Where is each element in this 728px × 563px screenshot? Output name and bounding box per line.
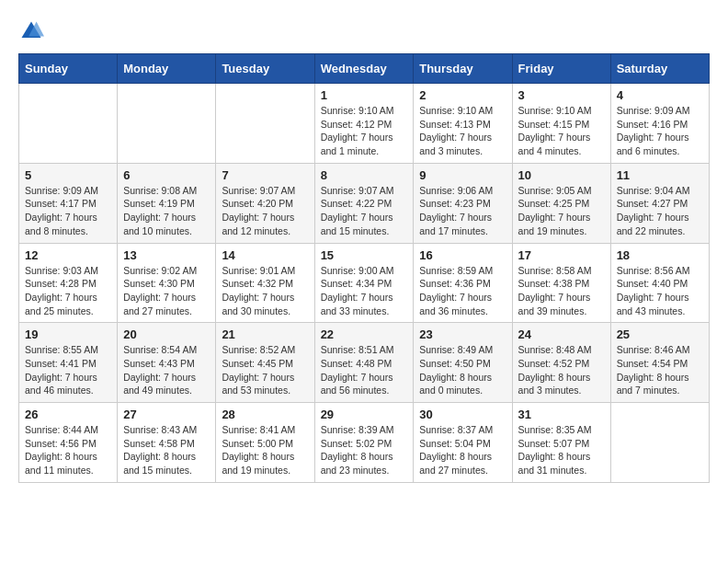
day-number: 25 [617,327,703,341]
day-cell: 8Sunrise: 9:07 AM Sunset: 4:22 PM Daylig… [314,163,414,243]
day-cell: 21Sunrise: 8:52 AM Sunset: 4:45 PM Dayli… [216,323,314,403]
day-info: Sunrise: 9:10 AM Sunset: 4:15 PM Dayligh… [518,104,605,158]
day-number: 2 [419,88,506,102]
day-cell: 14Sunrise: 9:01 AM Sunset: 4:32 PM Dayli… [216,243,314,323]
day-info: Sunrise: 8:58 AM Sunset: 4:38 PM Dayligh… [518,264,605,318]
day-number: 11 [617,168,703,182]
day-cell: 22Sunrise: 8:51 AM Sunset: 4:48 PM Dayli… [314,323,414,403]
day-info: Sunrise: 9:09 AM Sunset: 4:17 PM Dayligh… [25,184,111,238]
logo [18,18,48,44]
day-number: 6 [123,168,210,182]
day-number: 16 [419,248,506,262]
day-number: 21 [222,327,308,341]
day-info: Sunrise: 8:46 AM Sunset: 4:54 PM Dayligh… [617,343,703,397]
day-cell [19,84,118,164]
logo-icon [18,18,44,44]
weekday-header-saturday: Saturday [610,54,709,84]
week-row-3: 12Sunrise: 9:03 AM Sunset: 4:28 PM Dayli… [19,243,710,323]
day-info: Sunrise: 9:03 AM Sunset: 4:28 PM Dayligh… [25,264,111,318]
day-info: Sunrise: 9:06 AM Sunset: 4:23 PM Dayligh… [419,184,506,238]
day-number: 23 [419,327,506,341]
day-number: 4 [617,88,703,102]
day-cell: 20Sunrise: 8:54 AM Sunset: 4:43 PM Dayli… [118,323,216,403]
day-number: 26 [25,408,111,421]
day-cell: 13Sunrise: 9:02 AM Sunset: 4:30 PM Dayli… [118,243,216,323]
day-info: Sunrise: 9:10 AM Sunset: 4:13 PM Dayligh… [419,104,506,158]
day-cell: 3Sunrise: 9:10 AM Sunset: 4:15 PM Daylig… [512,84,610,164]
day-number: 22 [321,327,408,341]
day-info: Sunrise: 8:44 AM Sunset: 4:56 PM Dayligh… [25,423,111,477]
day-info: Sunrise: 9:00 AM Sunset: 4:34 PM Dayligh… [321,264,408,318]
day-cell: 6Sunrise: 9:08 AM Sunset: 4:19 PM Daylig… [118,163,216,243]
day-number: 20 [123,327,210,341]
day-number: 28 [222,408,308,421]
day-number: 1 [321,88,408,102]
day-number: 8 [321,168,408,182]
day-info: Sunrise: 9:04 AM Sunset: 4:27 PM Dayligh… [617,184,703,238]
day-number: 19 [25,327,111,341]
day-info: Sunrise: 9:10 AM Sunset: 4:12 PM Dayligh… [321,104,408,158]
day-cell [118,84,216,164]
day-number: 17 [518,248,605,262]
week-row-5: 26Sunrise: 8:44 AM Sunset: 4:56 PM Dayli… [19,403,710,483]
day-info: Sunrise: 8:56 AM Sunset: 4:40 PM Dayligh… [617,264,703,318]
calendar: SundayMondayTuesdayWednesdayThursdayFrid… [18,53,710,483]
day-cell: 7Sunrise: 9:07 AM Sunset: 4:20 PM Daylig… [216,163,314,243]
day-number: 27 [123,408,210,421]
day-cell: 27Sunrise: 8:43 AM Sunset: 4:58 PM Dayli… [118,403,216,483]
day-info: Sunrise: 8:37 AM Sunset: 5:04 PM Dayligh… [419,423,506,477]
day-info: Sunrise: 8:52 AM Sunset: 4:45 PM Dayligh… [222,343,308,397]
day-number: 29 [321,408,408,421]
day-info: Sunrise: 9:05 AM Sunset: 4:25 PM Dayligh… [518,184,605,238]
day-number: 9 [419,168,506,182]
day-number: 30 [419,408,506,421]
day-info: Sunrise: 9:02 AM Sunset: 4:30 PM Dayligh… [123,264,210,318]
day-info: Sunrise: 9:07 AM Sunset: 4:20 PM Dayligh… [222,184,308,238]
day-cell: 29Sunrise: 8:39 AM Sunset: 5:02 PM Dayli… [314,403,414,483]
day-number: 14 [222,248,308,262]
weekday-header-friday: Friday [512,54,610,84]
day-info: Sunrise: 9:09 AM Sunset: 4:16 PM Dayligh… [617,104,703,158]
day-number: 7 [222,168,308,182]
day-cell: 25Sunrise: 8:46 AM Sunset: 4:54 PM Dayli… [610,323,709,403]
day-cell: 12Sunrise: 9:03 AM Sunset: 4:28 PM Dayli… [19,243,118,323]
day-info: Sunrise: 8:55 AM Sunset: 4:41 PM Dayligh… [25,343,111,397]
week-row-2: 5Sunrise: 9:09 AM Sunset: 4:17 PM Daylig… [19,163,710,243]
day-cell: 17Sunrise: 8:58 AM Sunset: 4:38 PM Dayli… [512,243,610,323]
day-number: 5 [25,168,111,182]
day-info: Sunrise: 9:08 AM Sunset: 4:19 PM Dayligh… [123,184,210,238]
day-info: Sunrise: 8:35 AM Sunset: 5:07 PM Dayligh… [518,423,605,477]
day-cell: 16Sunrise: 8:59 AM Sunset: 4:36 PM Dayli… [414,243,512,323]
day-cell [216,84,314,164]
day-info: Sunrise: 8:39 AM Sunset: 5:02 PM Dayligh… [321,423,408,477]
day-cell: 23Sunrise: 8:49 AM Sunset: 4:50 PM Dayli… [414,323,512,403]
day-info: Sunrise: 8:54 AM Sunset: 4:43 PM Dayligh… [123,343,210,397]
day-cell: 1Sunrise: 9:10 AM Sunset: 4:12 PM Daylig… [314,84,414,164]
day-info: Sunrise: 8:48 AM Sunset: 4:52 PM Dayligh… [518,343,605,397]
weekday-header-tuesday: Tuesday [216,54,314,84]
day-cell [610,403,709,483]
day-cell: 19Sunrise: 8:55 AM Sunset: 4:41 PM Dayli… [19,323,118,403]
weekday-header-thursday: Thursday [414,54,512,84]
week-row-4: 19Sunrise: 8:55 AM Sunset: 4:41 PM Dayli… [19,323,710,403]
day-cell: 18Sunrise: 8:56 AM Sunset: 4:40 PM Dayli… [610,243,709,323]
day-info: Sunrise: 8:51 AM Sunset: 4:48 PM Dayligh… [321,343,408,397]
calendar-header: SundayMondayTuesdayWednesdayThursdayFrid… [19,54,710,84]
day-info: Sunrise: 8:43 AM Sunset: 4:58 PM Dayligh… [123,423,210,477]
day-info: Sunrise: 8:59 AM Sunset: 4:36 PM Dayligh… [419,264,506,318]
day-info: Sunrise: 9:07 AM Sunset: 4:22 PM Dayligh… [321,184,408,238]
day-cell: 4Sunrise: 9:09 AM Sunset: 4:16 PM Daylig… [610,84,709,164]
day-cell: 15Sunrise: 9:00 AM Sunset: 4:34 PM Dayli… [314,243,414,323]
day-cell: 30Sunrise: 8:37 AM Sunset: 5:04 PM Dayli… [414,403,512,483]
weekday-header-wednesday: Wednesday [314,54,414,84]
day-number: 13 [123,248,210,262]
day-info: Sunrise: 8:49 AM Sunset: 4:50 PM Dayligh… [419,343,506,397]
day-number: 12 [25,248,111,262]
day-number: 3 [518,88,605,102]
day-cell: 2Sunrise: 9:10 AM Sunset: 4:13 PM Daylig… [414,84,512,164]
day-cell: 26Sunrise: 8:44 AM Sunset: 4:56 PM Dayli… [19,403,118,483]
day-cell: 31Sunrise: 8:35 AM Sunset: 5:07 PM Dayli… [512,403,610,483]
day-info: Sunrise: 8:41 AM Sunset: 5:00 PM Dayligh… [222,423,308,477]
day-number: 31 [518,408,605,421]
day-cell: 5Sunrise: 9:09 AM Sunset: 4:17 PM Daylig… [19,163,118,243]
